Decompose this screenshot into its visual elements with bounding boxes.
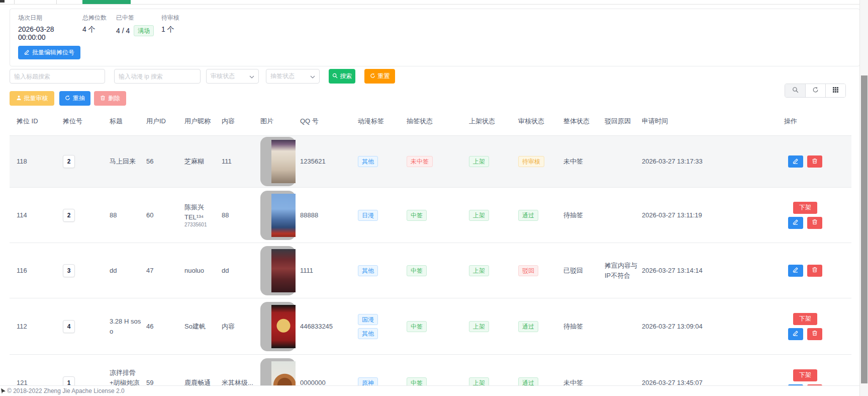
- cell-user-id: 56: [146, 156, 184, 167]
- delete-button[interactable]: [807, 328, 822, 340]
- won-count: 4 / 4: [116, 27, 130, 35]
- trash-icon: [812, 267, 818, 274]
- table-row: 112 4 3.28 H soso 46 So建帆 内容 446833245 国…: [10, 298, 851, 355]
- status-tag: 中签: [407, 210, 427, 221]
- select-placeholder: 抽签状态: [270, 72, 295, 81]
- stat-value: 4 个: [82, 25, 116, 34]
- column-header: QQ 号: [300, 116, 358, 126]
- toolbar-refresh-button[interactable]: [805, 84, 825, 97]
- batch-review-button[interactable]: 批量审核: [10, 91, 54, 106]
- delete-button[interactable]: [807, 265, 822, 277]
- cell-overall-status: 待抽签: [563, 322, 605, 332]
- pencil-icon: [793, 158, 799, 166]
- column-header: 摊位号: [63, 116, 110, 126]
- cell-content: 88: [222, 210, 260, 220]
- edit-button[interactable]: [788, 328, 803, 340]
- stat-pending-review: 待审核 1 个: [161, 14, 179, 41]
- cell-review-status: 通过: [518, 210, 563, 221]
- stat-value: 1 个: [161, 25, 179, 34]
- cell-actions: [784, 265, 851, 277]
- refresh-icon: [65, 95, 70, 102]
- edit-delete-pair: [788, 155, 822, 168]
- nickname-line1: 芝麻糊: [184, 156, 219, 167]
- cell-apply-time: 2026-03-27 13:09:04: [642, 322, 784, 332]
- batch-edit-booth-number-button[interactable]: 批量编辑摊位号: [18, 46, 80, 59]
- column-header: 标题: [110, 116, 146, 126]
- column-header: 整体状态: [563, 116, 605, 126]
- edit-delete-pair: [788, 217, 822, 229]
- column-header: 用户ID: [146, 116, 184, 126]
- cell-photo: [260, 302, 300, 351]
- cell-booth-number: 2: [63, 155, 110, 168]
- title-search-input[interactable]: [10, 69, 105, 84]
- filter-row: 审核状态 抽签状态 搜索 重置: [10, 69, 868, 84]
- cell-shelf-status: 上架: [469, 156, 518, 167]
- offshelf-button[interactable]: 下架: [793, 202, 817, 214]
- edit-button[interactable]: [788, 265, 803, 277]
- scrollbar-thumb[interactable]: [861, 75, 867, 383]
- cell-title: 马上回来: [110, 156, 146, 167]
- delete-button[interactable]: [807, 217, 822, 229]
- search-button[interactable]: 搜索: [329, 69, 355, 84]
- delete-button[interactable]: [807, 155, 822, 168]
- cell-qq-number: 446833245: [300, 322, 358, 332]
- tab-fragment: [0, 0, 5, 3]
- booth-number-box: 4: [63, 320, 75, 333]
- cell-photo: [260, 246, 300, 295]
- photo-image: [271, 194, 296, 237]
- cell-photo: [260, 191, 300, 240]
- pencil-icon: [793, 330, 799, 338]
- edit-button[interactable]: [788, 217, 803, 229]
- status-tag: 通过: [518, 210, 538, 221]
- cell-actions: [784, 155, 851, 168]
- cell-booth-id: 116: [17, 266, 63, 276]
- redraw-button[interactable]: 重抽: [59, 91, 90, 106]
- reset-button[interactable]: 重置: [364, 69, 395, 84]
- stat-total-booths: 总摊位数 4 个: [82, 14, 116, 41]
- table-row: 118 2 马上回来 56 芝麻糊 111 1235621 其他 未中签 上架 …: [10, 136, 851, 188]
- cell-nickname: 陈振兴TEL¹³⁴ 27335601: [184, 202, 222, 228]
- photo-image: [271, 249, 296, 292]
- vertical-scrollbar[interactable]: [859, 0, 868, 396]
- cell-review-status: 通过: [518, 321, 563, 332]
- cell-booth-number: 3: [63, 264, 110, 277]
- stat-label: 待审核: [161, 14, 179, 22]
- trash-icon: [812, 158, 818, 166]
- row-actions: 下架: [784, 313, 826, 340]
- cell-apply-time: 2026-03-27 13:17:33: [642, 156, 784, 167]
- nickname-line1: 陈振兴TEL¹³⁴: [184, 202, 219, 222]
- offshelf-button[interactable]: 下架: [793, 313, 817, 325]
- photo-image: [271, 140, 296, 183]
- booth-table: 摊位 ID摊位号标题用户ID用户昵称内容图片QQ 号动漫标签抽签状态上架状态审核…: [10, 107, 851, 396]
- column-header: 抽签状态: [407, 116, 469, 126]
- anime-ip-search-input[interactable]: [114, 69, 201, 84]
- cell-overall-status: 待抽签: [563, 210, 605, 220]
- nickname-line1: So建帆: [184, 322, 219, 332]
- cell-booth-id: 118: [17, 156, 63, 167]
- toolbar-search-toggle-button[interactable]: [785, 84, 805, 97]
- trash-icon: [100, 95, 106, 102]
- cell-shelf-status: 上架: [469, 210, 518, 221]
- cell-booth-id: 112: [17, 322, 63, 332]
- draw-status-select[interactable]: 抽签状态: [266, 69, 320, 84]
- batch-actions-row: 批量审核 重抽 删除: [10, 91, 868, 106]
- trash-icon: [812, 219, 818, 226]
- full-session-badge: 满场: [134, 25, 154, 36]
- edit-button[interactable]: [788, 155, 803, 168]
- cell-nickname: 芝麻糊: [184, 156, 222, 167]
- magnifier-icon: [332, 73, 338, 80]
- pencil-icon: [24, 49, 30, 56]
- status-tag: 上架: [469, 210, 489, 221]
- review-status-select[interactable]: 审核状态: [206, 69, 259, 84]
- batch-delete-button[interactable]: 删除: [94, 91, 126, 106]
- stat-label: 场次日期: [18, 14, 82, 22]
- button-label: 删除: [108, 94, 120, 103]
- column-header: 摊位 ID: [17, 116, 63, 126]
- toolbar-columns-grid-button[interactable]: [825, 84, 845, 97]
- magnifier-icon: [792, 87, 799, 95]
- pencil-icon: [793, 267, 799, 274]
- cell-anime-tags: 其他: [358, 265, 407, 276]
- cell-qq-number: 1235621: [300, 156, 358, 167]
- offshelf-button[interactable]: 下架: [793, 369, 817, 381]
- cell-photo: [260, 137, 300, 186]
